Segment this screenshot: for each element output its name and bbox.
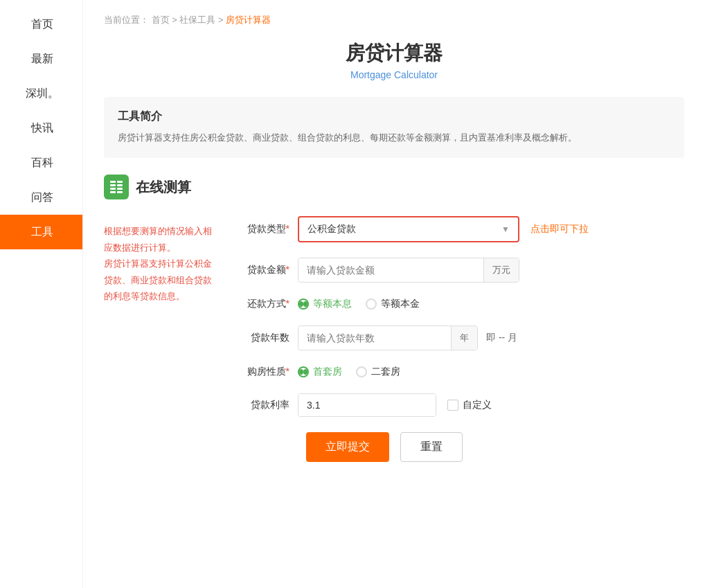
custom-rate-label: 自定义 [463,399,492,411]
svg-rect-0 [110,181,116,183]
svg-rect-4 [117,184,123,186]
repayment-equal-principal[interactable]: 等额本金 [366,298,420,310]
repayment-method-row: 还款方式* 等额本息 等额本金 [235,298,623,310]
loan-years-suffix: 年 [451,326,477,350]
loan-type-row: 贷款类型* 公积金贷款 ▼ 公积金贷款 商业贷款 组合贷款 [235,216,623,242]
sidebar: 首页 最新 深圳。 快讯 百科 问答 工具 [0,0,83,588]
page-title-cn: 房贷计算器 [104,40,684,66]
loan-amount-suffix: 万元 [483,258,519,282]
repayment-method-control: 等额本息 等额本金 [298,298,623,310]
page-title-section: 房贷计算器 Mortgage Calculator [104,40,684,80]
loan-type-control: 公积金贷款 ▼ 公积金贷款 商业贷款 组合贷款 点击即可下拉 [298,216,623,242]
svg-rect-2 [110,188,116,190]
form-container: 根据想要测算的情况输入相应数据进行计算。房贷计算器支持计算公积金贷款、商业贷款和… [104,216,684,462]
form-left-note: 根据想要测算的情况输入相应数据进行计算。房贷计算器支持计算公积金贷款、商业贷款和… [104,216,215,462]
repayment-equal-installment-label: 等额本息 [313,298,352,310]
loan-years-control: 年 即 -- 月 [298,326,623,350]
loan-years-hint: 即 -- 月 [486,332,517,344]
page-title-en: Mortgage Calculator [104,69,684,80]
loan-type-select[interactable]: 公积金贷款 ▼ 公积金贷款 商业贷款 组合贷款 [298,216,519,242]
loan-rate-control: % 自定义 [298,393,623,417]
loan-rate-row: 贷款利率 % 自定义 [235,393,623,417]
main-content: 当前位置： 首页 > 社保工具 > 房贷计算器 房贷计算器 Mortgage C… [83,0,705,588]
repayment-equal-principal-label: 等额本金 [381,298,420,310]
loan-amount-row: 贷款金额* 万元 [235,258,623,283]
reset-button[interactable]: 重置 [400,432,463,462]
checkbox-custom-icon [447,400,458,411]
loan-amount-control: 万元 [298,258,623,283]
loan-rate-input[interactable] [298,394,436,416]
repayment-equal-installment[interactable]: 等额本息 [298,298,352,310]
custom-rate-checkbox[interactable]: 自定义 [447,399,492,411]
radio-second-house-icon [356,366,367,377]
loan-amount-input[interactable] [298,259,483,281]
calc-section-title: 在线测算 [136,178,191,197]
sidebar-item-news[interactable]: 快讯 [0,111,82,145]
intro-text: 房贷计算器支持住房公积金贷款、商业贷款、组合贷款的利息、每期还款等金额测算，且内… [118,130,670,145]
house-type-radio-group: 首套房 二套房 [298,366,623,378]
loan-rate-label: 贷款利率 [235,399,298,411]
calc-section-header: 在线测算 [104,175,684,199]
sidebar-item-wiki[interactable]: 百科 [0,145,82,180]
svg-rect-7 [117,191,123,193]
click-hint: 点击即可下拉 [519,223,589,235]
loan-type-label: 贷款类型* [235,223,298,235]
loan-rate-input-wrapper: % [298,393,436,417]
svg-rect-3 [117,181,123,183]
sidebar-item-shenzhen[interactable]: 深圳。 [0,76,82,111]
loan-years-label: 贷款年数 [235,332,298,344]
intro-title: 工具简介 [118,109,670,124]
loan-years-input[interactable] [298,327,451,349]
form-fields: 贷款类型* 公积金贷款 ▼ 公积金贷款 商业贷款 组合贷款 [235,216,623,462]
radio-equal-installment-icon [298,299,309,310]
intro-box: 工具简介 房贷计算器支持住房公积金贷款、商业贷款、组合贷款的利息、每期还款等金额… [104,97,684,158]
rate-row-wrapper: % 自定义 [298,393,623,417]
house-type-label: 购房性质* [235,366,298,378]
loan-amount-label: 贷款金额* [235,264,298,276]
breadcrumb: 当前位置： 首页 > 社保工具 > 房贷计算器 [104,14,684,26]
repayment-method-label: 还款方式* [235,298,298,310]
svg-rect-5 [117,188,123,190]
submit-button[interactable]: 立即提交 [306,432,389,462]
repayment-radio-group: 等额本息 等额本金 [298,298,623,310]
house-type-control: 首套房 二套房 [298,366,623,378]
breadcrumb-current: 房贷计算器 [226,15,271,25]
loan-amount-input-wrapper: 万元 [298,258,519,283]
sidebar-item-tools[interactable]: 工具 [0,215,82,249]
calc-icon [104,175,129,199]
breadcrumb-home[interactable]: 首页 [152,15,170,25]
loan-years-row: 贷款年数 年 即 -- 月 [235,326,623,350]
breadcrumb-tools[interactable]: 社保工具 [179,15,215,25]
svg-rect-6 [110,191,116,193]
house-type-first[interactable]: 首套房 [298,366,342,378]
radio-first-house-icon [298,366,309,377]
sidebar-item-home[interactable]: 首页 [0,7,82,42]
house-type-second-label: 二套房 [371,366,400,378]
years-row-wrapper: 年 即 -- 月 [298,326,623,350]
loan-years-input-wrapper: 年 [298,326,478,350]
sidebar-item-latest[interactable]: 最新 [0,42,82,76]
form-buttons: 立即提交 重置 [235,432,623,462]
house-type-row: 购房性质* 首套房 二套房 [235,366,623,378]
svg-rect-1 [110,184,116,186]
house-type-first-label: 首套房 [313,366,342,378]
house-type-second[interactable]: 二套房 [356,366,400,378]
radio-equal-principal-icon [366,299,377,310]
sidebar-item-qa[interactable]: 问答 [0,180,82,215]
